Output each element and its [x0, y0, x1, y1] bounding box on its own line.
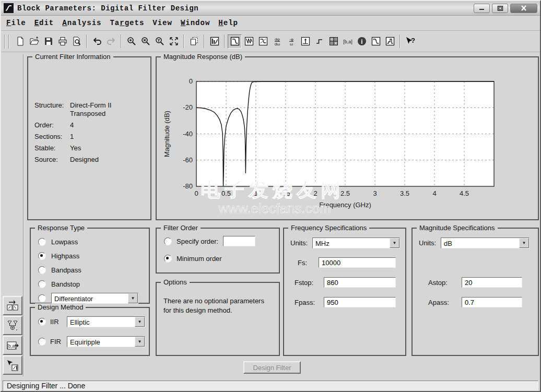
- menu-item-file[interactable]: File: [6, 19, 26, 27]
- stable-label: Stable:: [34, 144, 70, 152]
- radio-row-bandstop[interactable]: Bandstop: [38, 277, 144, 291]
- radio-row-iir[interactable]: IIR Elliptic▼: [38, 316, 145, 327]
- dropdown-arrow-icon[interactable]: ▼: [519, 238, 529, 248]
- zoom-in-button[interactable]: [124, 34, 138, 49]
- bandstop-radio[interactable]: [38, 280, 46, 288]
- x-tick-label: 4: [432, 189, 436, 197]
- menu-item-view[interactable]: View: [152, 19, 172, 27]
- undo-button[interactable]: [90, 34, 104, 49]
- new-document-button[interactable]: [13, 34, 27, 49]
- menu-item-window[interactable]: Window: [181, 19, 210, 27]
- fir-radio[interactable]: [38, 338, 46, 346]
- zoom-y-button[interactable]: [152, 34, 167, 49]
- fpass-label: Fpass:: [295, 299, 315, 306]
- filter-information-button[interactable]: i: [355, 34, 369, 49]
- magnitude-and-phase-button[interactable]: [256, 34, 270, 49]
- design-filter-button[interactable]: Design Filter: [243, 361, 301, 374]
- iir-method-dropdown[interactable]: Elliptic▼: [67, 316, 145, 327]
- open-file-button[interactable]: [27, 34, 41, 49]
- zoom-in-icon: [126, 36, 137, 46]
- menu-item-targets[interactable]: Targets: [110, 19, 144, 27]
- printer-icon: [57, 36, 68, 46]
- redo-arrow-icon: [106, 36, 116, 46]
- redo-button[interactable]: [104, 34, 118, 49]
- overlapping-pages-icon: [189, 36, 199, 46]
- zoom-x-button[interactable]: [138, 34, 152, 49]
- mag-units-value: dB: [444, 240, 452, 247]
- menu-item-analysis[interactable]: Analysis: [62, 19, 101, 27]
- phase-delay-icon: -φω: [286, 36, 297, 46]
- phase-delay-button[interactable]: -φω: [284, 34, 298, 49]
- highpass-radio[interactable]: [38, 252, 46, 260]
- dropdown-arrow-icon[interactable]: ▼: [135, 337, 145, 347]
- print-to-figure-button[interactable]: [187, 34, 201, 49]
- status-bar: Designing Filter ... Done: [1, 379, 540, 392]
- minimize-button[interactable]: [474, 4, 490, 13]
- radio-row-specify-order[interactable]: Specify order:: [164, 236, 255, 246]
- magnitude-estimate-button[interactable]: [369, 34, 383, 49]
- adders-diagram-icon: [6, 319, 19, 332]
- sections-label: Sections:: [34, 133, 70, 141]
- phase-response-button[interactable]: [242, 34, 256, 49]
- radio-row-minimum-order[interactable]: Minimum order: [164, 255, 222, 263]
- lowpass-radio[interactable]: [38, 238, 46, 246]
- print-preview-button[interactable]: [69, 34, 84, 49]
- noise-power-spectrum-button[interactable]: [383, 34, 397, 49]
- close-button[interactable]: [510, 4, 537, 13]
- bandpass-radio[interactable]: [38, 266, 46, 274]
- print-button[interactable]: [55, 34, 69, 49]
- save-button[interactable]: [41, 34, 55, 49]
- set-quantization-parameters-button[interactable]: [3, 316, 22, 335]
- source-label: Source:: [34, 156, 70, 164]
- pole-zero-plot-button[interactable]: [326, 34, 340, 49]
- freq-units-dropdown[interactable]: MHz▼: [312, 237, 400, 248]
- toolbar-separator: [183, 34, 184, 48]
- minimum-order-radio[interactable]: [164, 255, 172, 263]
- dropdown-arrow-icon[interactable]: ▼: [128, 293, 138, 303]
- fs-input[interactable]: [319, 257, 396, 268]
- magnitude-response-button[interactable]: [228, 34, 242, 49]
- full-view-button[interactable]: [167, 34, 181, 49]
- filter-coefficients-button[interactable]: [b,a]: [340, 34, 355, 49]
- radio-row-bandpass[interactable]: Bandpass: [38, 263, 144, 277]
- mag-units-dropdown[interactable]: dB▼: [441, 237, 530, 248]
- toolbar-drag-handle[interactable]: [4, 34, 9, 49]
- filter-manager-button[interactable]: [207, 34, 221, 49]
- radio-row-highpass[interactable]: Highpass: [38, 249, 144, 263]
- maximize-button[interactable]: [492, 4, 508, 13]
- window-controls: [474, 4, 537, 13]
- dropdown-arrow-icon[interactable]: ▼: [135, 317, 145, 327]
- iir-radio[interactable]: [38, 318, 46, 326]
- menu-item-help[interactable]: Help: [218, 19, 238, 27]
- filter-info-row-stable: Stable:Yes: [34, 144, 147, 152]
- fpass-input[interactable]: [324, 297, 396, 307]
- fir-method-dropdown[interactable]: Equiripple▼: [67, 336, 145, 347]
- specify-order-input[interactable]: [223, 236, 255, 246]
- other-type-radio[interactable]: [38, 294, 46, 302]
- impulse-response-button[interactable]: [298, 34, 312, 49]
- import-filter-button[interactable]: [b,a]: [3, 336, 22, 355]
- astop-input[interactable]: [462, 277, 522, 288]
- options-panel: Options There are no optional parameters…: [156, 282, 280, 356]
- window-title: Block Parameters: Digital Filter Design: [17, 4, 198, 13]
- group-delay-button[interactable]: dψdω: [270, 34, 284, 49]
- menu-item-edit[interactable]: Edit: [34, 19, 54, 27]
- response-type-title: Response Type: [35, 224, 87, 232]
- other-type-dropdown[interactable]: Differentiator▼: [51, 293, 138, 304]
- whats-this-help-button[interactable]: ?: [403, 34, 417, 49]
- realize-model-button[interactable]: [3, 355, 22, 375]
- fstop-input[interactable]: [324, 277, 396, 288]
- step-response-button[interactable]: [312, 34, 326, 49]
- specify-order-radio[interactable]: [164, 237, 172, 245]
- minimum-order-label: Minimum order: [177, 255, 222, 263]
- fir-label: FIR: [50, 338, 63, 346]
- transform-filter-button[interactable]: [3, 296, 22, 315]
- dropdown-arrow-icon[interactable]: ▼: [390, 238, 399, 248]
- y-tick-label: -20: [183, 103, 193, 111]
- radio-row-fir[interactable]: FIR Equiripple▼: [38, 336, 145, 347]
- content-separator: [23, 54, 24, 376]
- radio-row-lowpass[interactable]: Lowpass: [38, 235, 144, 249]
- apass-input[interactable]: [462, 297, 522, 307]
- toolbar-separator: [121, 34, 122, 48]
- sections-value: 1: [70, 133, 74, 141]
